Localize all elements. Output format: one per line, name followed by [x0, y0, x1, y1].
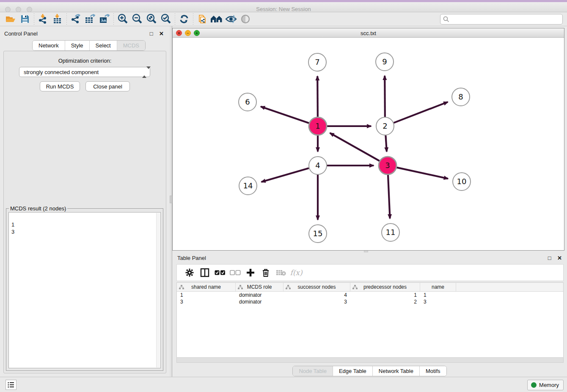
graph-node-label-8: 8: [458, 92, 463, 101]
zoom-in-button[interactable]: [116, 13, 130, 25]
edge-2-8[interactable]: [394, 102, 448, 123]
edge-2-9[interactable]: [385, 76, 385, 117]
cell-successor-nodes[interactable]: 3: [284, 298, 350, 305]
delete-column-button[interactable]: [258, 266, 273, 279]
close-table-panel-icon[interactable]: ✕: [557, 255, 562, 261]
table-body: 1dominator4113dominator323: [177, 292, 563, 305]
control-panel-tabs: NetworkStyleSelectMCDS: [32, 40, 146, 51]
function-builder-button[interactable]: f(x): [289, 266, 304, 279]
export-table-button[interactable]: [83, 13, 97, 25]
plus-icon: [246, 268, 255, 277]
network-view-frame: ✕ − + scc.txt 7968124314101511: [172, 28, 564, 251]
column-header-MCDS-role[interactable]: MCDS role: [236, 283, 284, 291]
show-all-button[interactable]: [238, 13, 253, 25]
criterion-select[interactable]: strongly connected component: [19, 67, 150, 77]
table-settings-button[interactable]: [182, 266, 197, 279]
zoom-out-button[interactable]: [130, 13, 144, 25]
eye-icon: [240, 14, 250, 24]
cell-predecessor-nodes[interactable]: 1: [350, 292, 420, 298]
cell-name[interactable]: 1: [420, 292, 456, 298]
search-input[interactable]: [449, 17, 555, 22]
graph-node-label-15: 15: [313, 229, 323, 238]
zoom-fit-button[interactable]: [144, 13, 159, 25]
tab-node-table[interactable]: Node Table: [293, 366, 333, 376]
close-panel-button[interactable]: Close panel: [85, 81, 130, 91]
node-table[interactable]: shared nameMCDS rolesuccessor nodesprede…: [176, 282, 564, 358]
tab-network-table[interactable]: Network Table: [373, 366, 420, 376]
toolbar-separator: [34, 14, 34, 25]
result-scrollbar[interactable]: [156, 213, 160, 367]
memory-button[interactable]: Memory: [527, 380, 564, 390]
tab-edge-table[interactable]: Edge Table: [333, 366, 373, 376]
cell-shared-name[interactable]: 3: [177, 298, 236, 305]
tab-motifs[interactable]: Motifs: [420, 366, 446, 376]
delete-table-icon: [276, 269, 286, 276]
column-header-name[interactable]: name: [420, 283, 456, 291]
criterion-value: strongly connected component: [24, 69, 99, 75]
import-network-button[interactable]: [36, 13, 50, 25]
table-panel-tabs: Node TableEdge TableNetwork TableMotifs: [172, 366, 567, 376]
fx-icon: f(x): [290, 268, 302, 277]
network-titlebar[interactable]: ✕ − + scc.txt: [173, 28, 564, 38]
export-image-button[interactable]: [97, 13, 112, 25]
main-titlebar[interactable]: Session: New Session: [0, 2, 567, 12]
column-header-successor-nodes[interactable]: successor nodes: [284, 283, 350, 291]
toolbar-separator: [113, 14, 114, 25]
cell-MCDS-role[interactable]: dominator: [236, 292, 284, 298]
status-bar: Memory: [0, 377, 567, 392]
edge-4-14[interactable]: [261, 168, 309, 182]
toggle-columns-button[interactable]: [197, 266, 212, 279]
import-table-button[interactable]: [50, 13, 65, 25]
table-panel-window-controls: □ ✕: [544, 254, 562, 262]
search-box[interactable]: [440, 14, 563, 25]
table-toolbar: f(x): [176, 264, 564, 281]
open-folder-icon: [5, 14, 16, 24]
export-image-icon: [99, 14, 110, 24]
edge-3-10[interactable]: [396, 168, 448, 179]
graph-node-label-4: 4: [315, 161, 320, 170]
cell-predecessor-nodes[interactable]: 2: [350, 298, 420, 305]
apply-layout-button[interactable]: [177, 13, 191, 25]
edge-1-6[interactable]: [261, 107, 309, 123]
cell-name[interactable]: 3: [420, 298, 456, 305]
edge-3-1[interactable]: [330, 133, 380, 161]
float-table-panel-icon[interactable]: □: [548, 255, 551, 261]
float-panel-icon[interactable]: □: [150, 30, 153, 37]
network-canvas[interactable]: 7968124314101511: [173, 38, 564, 250]
edge-3-11[interactable]: [388, 175, 390, 218]
edge-2-3[interactable]: [385, 135, 386, 152]
clone-network-button[interactable]: [195, 13, 209, 25]
cell-MCDS-role[interactable]: dominator: [236, 298, 284, 305]
export-network-button[interactable]: [69, 13, 83, 25]
deselect-all-button[interactable]: [228, 266, 243, 279]
close-panel-icon[interactable]: ✕: [159, 30, 164, 37]
cell-shared-name[interactable]: 1: [177, 292, 236, 298]
run-mcds-button[interactable]: Run MCDS: [40, 81, 80, 91]
edge-1-7[interactable]: [317, 76, 318, 117]
hide-selected-button[interactable]: [224, 13, 238, 25]
tab-select[interactable]: Select: [90, 41, 117, 50]
graph-node-label-3: 3: [385, 161, 390, 170]
create-column-button[interactable]: [243, 266, 258, 279]
save-session-button[interactable]: [18, 13, 32, 25]
zoom-selected-button[interactable]: [159, 13, 173, 25]
column-header-predecessor-nodes[interactable]: predecessor nodes: [350, 283, 420, 291]
table-panel: Table Panel □ ✕: [172, 253, 567, 377]
select-all-button[interactable]: [212, 266, 228, 279]
mcds-result-group: MCDS result (2 nodes) 1 3: [6, 208, 163, 371]
first-neighbors-button[interactable]: [209, 13, 224, 25]
column-header-shared-name[interactable]: shared name: [177, 283, 236, 291]
memory-status-icon: [531, 382, 537, 388]
table-row[interactable]: 1dominator411: [177, 292, 563, 298]
open-file-button[interactable]: [3, 13, 18, 25]
import-network-icon: [38, 14, 48, 24]
tab-network[interactable]: Network: [33, 41, 65, 50]
cell-successor-nodes[interactable]: 4: [284, 292, 350, 298]
tab-mcds[interactable]: MCDS: [117, 41, 145, 50]
delete-table-button[interactable]: [273, 266, 289, 279]
export-network-icon: [70, 14, 81, 24]
tab-style[interactable]: Style: [65, 41, 90, 50]
task-history-button[interactable]: [6, 380, 17, 390]
table-row[interactable]: 3dominator323: [177, 298, 563, 305]
mcds-result-text[interactable]: 1 3: [8, 212, 161, 368]
